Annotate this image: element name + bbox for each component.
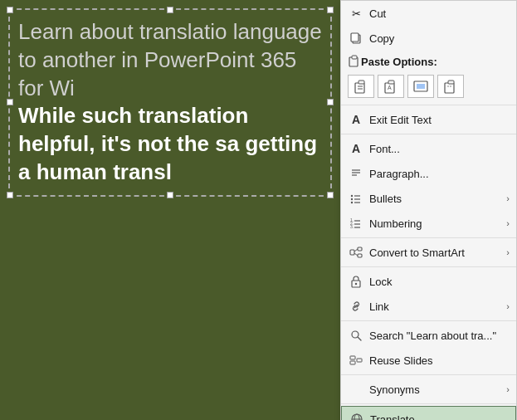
handle-mid-right[interactable] — [327, 99, 334, 105]
numbering-icon: 1. 2. 3. — [348, 215, 364, 232]
svg-rect-4 — [355, 83, 364, 93]
divider-2 — [341, 134, 516, 134]
paste-icon-btn-2[interactable]: A — [378, 75, 404, 98]
divider-1 — [341, 105, 516, 105]
divider-4 — [341, 266, 516, 267]
divider-5 — [341, 320, 516, 321]
menu-item-translate[interactable]: Translate ↖ — [341, 406, 516, 420]
menu-item-numbering[interactable]: 1. 2. 3. Numbering › — [341, 211, 516, 236]
paste-icon-btn-3[interactable] — [407, 75, 434, 98]
synonyms-arrow: › — [506, 384, 510, 394]
handle-bot-left[interactable] — [7, 192, 13, 198]
search-label: Search "Learn about tra..." — [369, 330, 510, 342]
svg-point-21 — [351, 198, 353, 200]
synonyms-label: Synonyms — [369, 383, 503, 396]
cursor-indicator: ↖ — [499, 417, 509, 420]
bullets-arrow: › — [506, 193, 510, 203]
lock-icon — [348, 273, 364, 290]
paste-icons-row: A — [341, 73, 516, 103]
link-icon — [348, 298, 364, 315]
svg-point-19 — [351, 195, 353, 197]
menu-item-cut[interactable]: ✂ Cut — [341, 1, 516, 26]
paragraph-icon — [348, 165, 364, 182]
smartart-arrow: › — [506, 247, 510, 257]
svg-text:A: A — [388, 85, 392, 90]
numbering-arrow: › — [506, 218, 510, 228]
link-arrow: › — [506, 301, 510, 311]
synonyms-icon — [348, 381, 364, 398]
link-label: Link — [369, 300, 503, 313]
menu-item-convert-smartart[interactable]: Convert to SmartArt › — [341, 240, 516, 265]
numbering-label: Numbering — [369, 217, 503, 230]
cut-icon: ✂ — [348, 5, 364, 22]
lock-label: Lock — [369, 276, 510, 288]
handle-bot-mid[interactable] — [167, 192, 173, 198]
svg-rect-5 — [358, 81, 364, 84]
convert-smartart-label: Convert to SmartArt — [369, 247, 503, 259]
svg-rect-1 — [351, 33, 358, 42]
translate-label: Translate — [370, 413, 509, 421]
menu-item-search[interactable]: Search "Learn about tra..." — [341, 323, 516, 348]
cut-label: Cut — [369, 7, 510, 20]
slide-text-light: Learn about translatio language to anoth… — [18, 18, 322, 102]
svg-line-34 — [354, 249, 358, 252]
font-icon: A — [348, 140, 364, 157]
svg-rect-33 — [358, 254, 362, 257]
handle-mid-left[interactable] — [7, 99, 13, 105]
exit-edit-label: Exit Edit Text — [369, 114, 510, 126]
divider-3 — [341, 237, 516, 238]
svg-rect-41 — [350, 361, 355, 364]
svg-point-37 — [355, 283, 357, 285]
paste-options-header: Paste Options: — [341, 51, 516, 73]
svg-rect-3 — [352, 56, 357, 59]
handle-bot-right[interactable] — [327, 192, 334, 198]
handle-top-left[interactable] — [7, 7, 13, 13]
font-label: Font... — [369, 143, 510, 155]
paste-options-label: Paste Options: — [361, 56, 510, 68]
slide-text-content: Learn about translatio language to anoth… — [18, 18, 322, 187]
translate-icon — [349, 411, 365, 420]
reuse-slides-label: Reuse Slides — [369, 354, 510, 367]
menu-item-exit-edit[interactable]: A Exit Edit Text — [341, 107, 516, 132]
bullets-icon — [348, 190, 364, 207]
copy-icon — [348, 30, 364, 46]
copy-label: Copy — [369, 32, 510, 45]
smartart-icon — [348, 244, 364, 261]
menu-item-copy[interactable]: Copy — [341, 26, 516, 51]
svg-point-23 — [351, 202, 353, 203]
search-icon — [348, 327, 364, 344]
svg-rect-13 — [445, 83, 454, 93]
menu-item-lock[interactable]: Lock — [341, 269, 516, 294]
handle-top-mid[interactable] — [167, 7, 173, 13]
menu-item-paragraph[interactable]: Paragraph... — [341, 161, 516, 186]
divider-6 — [341, 374, 516, 375]
svg-rect-42 — [357, 359, 362, 362]
context-menu: ✂ Cut Copy Paste Options: — [340, 0, 517, 420]
paste-header-icon — [348, 54, 361, 70]
paste-icon-btn-1[interactable] — [348, 75, 374, 98]
svg-rect-9 — [388, 81, 394, 84]
svg-line-39 — [358, 338, 362, 341]
menu-item-bullets[interactable]: Bullets › — [341, 186, 516, 211]
menu-item-reuse-slides[interactable]: Reuse Slides — [341, 348, 516, 373]
svg-rect-14 — [448, 81, 454, 84]
exit-edit-icon: A — [348, 111, 364, 128]
svg-rect-32 — [358, 247, 362, 251]
svg-point-38 — [352, 331, 358, 338]
text-box: Learn about translatio language to anoth… — [8, 8, 332, 197]
paste-icon-btn-4[interactable] — [437, 75, 464, 98]
slide-text-bold: While such translation helpful, it's not… — [18, 102, 322, 186]
handle-top-right[interactable] — [327, 7, 334, 13]
menu-item-synonyms[interactable]: Synonyms › — [341, 377, 516, 402]
paragraph-label: Paragraph... — [369, 168, 510, 180]
svg-line-35 — [354, 253, 358, 256]
svg-rect-40 — [350, 356, 355, 359]
svg-rect-12 — [417, 84, 425, 89]
bullets-label: Bullets — [369, 193, 503, 205]
divider-7 — [341, 403, 516, 404]
reuse-slides-icon — [348, 352, 364, 369]
slide-area: Learn about translatio language to anoth… — [0, 0, 340, 420]
menu-item-link[interactable]: Link › — [341, 294, 516, 319]
menu-item-font[interactable]: A Font... — [341, 136, 516, 161]
svg-rect-31 — [350, 250, 354, 255]
